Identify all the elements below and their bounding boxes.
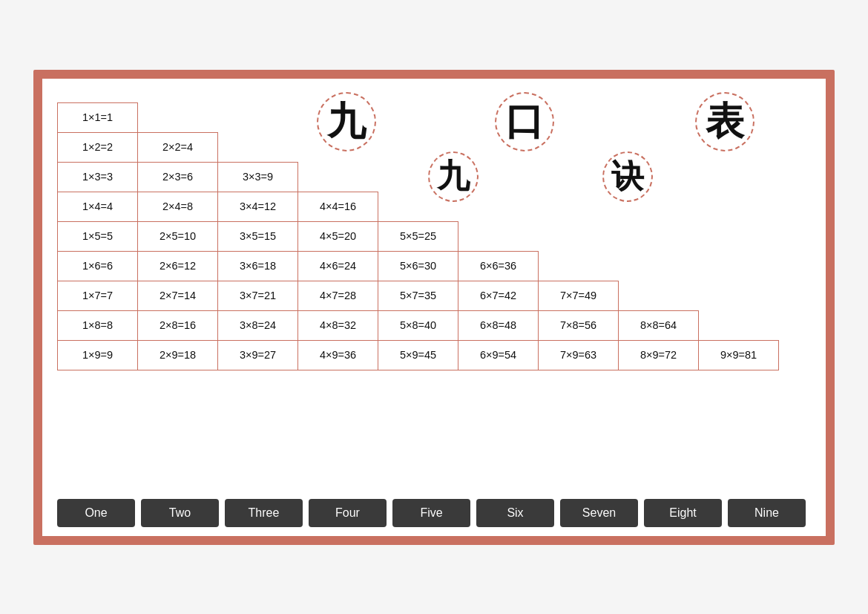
btn-six[interactable]: Six: [476, 499, 554, 527]
table-cell: 3×5=15: [218, 221, 298, 251]
table-cell: [458, 221, 539, 251]
char-kou: 口: [495, 92, 554, 151]
table-cell: 2×8=16: [138, 310, 218, 340]
table-cell: 4×7=28: [298, 281, 378, 310]
table-cell: 2×7=14: [138, 281, 218, 310]
table-cell: 1×1=1: [58, 102, 138, 132]
btn-four[interactable]: Four: [309, 499, 387, 527]
table-cell: 5×5=25: [378, 221, 458, 251]
table-cell: 2×9=18: [138, 340, 218, 370]
table-cell: 3×7=21: [218, 281, 298, 310]
table-cell: 9×9=81: [699, 340, 779, 370]
table-cell: 1×2=2: [58, 132, 138, 162]
circle-jue: 诀: [602, 144, 653, 202]
table-cell: 4×5=20: [298, 221, 378, 251]
table-cell: 2×6=12: [138, 251, 218, 281]
table-cell: 1×7=7: [58, 281, 138, 310]
table-cell: 1×6=6: [58, 251, 138, 281]
btn-nine[interactable]: Nine: [728, 499, 806, 527]
char-biao: 表: [695, 92, 754, 151]
table-cell: 7×8=56: [539, 310, 619, 340]
table-cell: [619, 281, 699, 310]
table-cell: 2×4=8: [138, 192, 218, 221]
table-cell: [699, 310, 779, 340]
table-cell: 7×9=63: [539, 340, 619, 370]
table-cell: 5×6=30: [378, 251, 458, 281]
circle-biao: 表: [695, 92, 754, 151]
btn-two[interactable]: Two: [141, 499, 219, 527]
table-cell: 3×4=12: [218, 192, 298, 221]
table-cell: 3×9=27: [218, 340, 298, 370]
table-cell: 6×6=36: [458, 251, 539, 281]
table-cell: 7×7=49: [539, 281, 619, 310]
table-cell: 2×2=4: [138, 132, 218, 162]
table-cell: [619, 251, 699, 281]
table-cell: 6×9=54: [458, 340, 539, 370]
btn-three[interactable]: Three: [225, 499, 303, 527]
table-cell: 2×5=10: [138, 221, 218, 251]
outer-border: 九 口 表 九 诀 1×1=11×2=22×2=41×3=32×3=63×3=9…: [33, 70, 835, 545]
char-jue: 诀: [602, 151, 653, 202]
bottom-buttons: OneTwoThreeFourFiveSixSevenEightNine: [57, 499, 811, 527]
table-cell: 3×6=18: [218, 251, 298, 281]
char-jiu-bottom: 九: [428, 151, 479, 202]
table-cell: 8×9=72: [619, 340, 699, 370]
table-cell: 1×9=9: [58, 340, 138, 370]
table-cell: 5×7=35: [378, 281, 458, 310]
table-cell: [539, 221, 619, 251]
table-cell: [138, 102, 218, 132]
table-cell: 4×9=36: [298, 340, 378, 370]
table-cell: [699, 162, 779, 192]
circle-kou: 口: [495, 92, 554, 151]
table-cell: 1×5=5: [58, 221, 138, 251]
multiplication-table: 1×1=11×2=22×2=41×3=32×3=63×3=91×4=42×4=8…: [57, 102, 779, 370]
table-cell: 5×9=45: [378, 340, 458, 370]
table-cell: [378, 102, 458, 132]
table-cell: 8×8=64: [619, 310, 699, 340]
table-cell: [699, 251, 779, 281]
table-cell: 6×8=48: [458, 310, 539, 340]
table-cell: 4×8=32: [298, 310, 378, 340]
table-cell: 3×3=9: [218, 162, 298, 192]
btn-seven[interactable]: Seven: [560, 499, 638, 527]
table-cell: [699, 192, 779, 221]
table-cell: [699, 221, 779, 251]
circle-jiu-1: 九: [317, 92, 376, 151]
table-cell: 3×8=24: [218, 310, 298, 340]
table-cell: 1×8=8: [58, 310, 138, 340]
table-cell: 6×7=42: [458, 281, 539, 310]
table-cell: 2×3=6: [138, 162, 218, 192]
table-cell: 4×4=16: [298, 192, 378, 221]
table-cell: 1×4=4: [58, 192, 138, 221]
table-cell: [619, 221, 699, 251]
btn-one[interactable]: One: [57, 499, 135, 527]
table-cell: [699, 281, 779, 310]
table-cell: [218, 102, 298, 132]
inner-bg: 九 口 表 九 诀 1×1=11×2=22×2=41×3=32×3=63×3=9…: [42, 79, 826, 536]
char-jiu-top: 九: [317, 92, 376, 151]
table-cell: [218, 132, 298, 162]
table-cell: [539, 251, 619, 281]
circle-jiu-2: 九: [428, 144, 479, 202]
table-cell: 4×6=24: [298, 251, 378, 281]
btn-eight[interactable]: Eight: [644, 499, 722, 527]
table-cell: 1×3=3: [58, 162, 138, 192]
table-cell: 5×8=40: [378, 310, 458, 340]
table-cell: [298, 162, 378, 192]
btn-five[interactable]: Five: [392, 499, 470, 527]
table-cell: [619, 102, 699, 132]
